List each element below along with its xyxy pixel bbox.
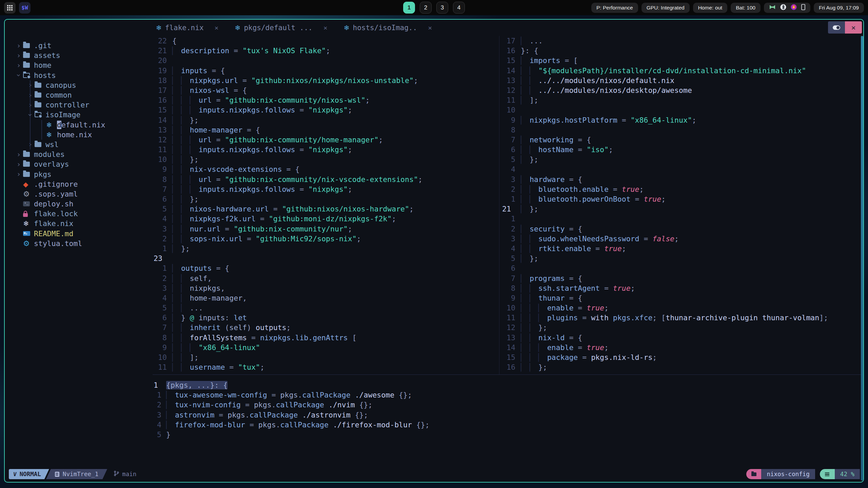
chevron-icon[interactable]: › — [26, 140, 35, 148]
editor-main[interactable]: 22{21▏ description = "tux's NixOS Flake"… — [153, 36, 499, 374]
code-line[interactable]: 4▏ ▏ nixpkgs-f2k.url = "github:moni-dz/n… — [153, 214, 499, 224]
tree-item-.gitignore[interactable]: .gitignore — [5, 179, 153, 189]
window-close-button[interactable]: × — [845, 21, 862, 34]
code-line[interactable]: 14▏ ▏ }; — [153, 115, 499, 125]
window-toggle-button[interactable] — [828, 21, 845, 34]
code-line[interactable]: 4▏ firefox-mod-blur = pkgs.callPackage .… — [153, 420, 863, 430]
close-icon[interactable]: × — [215, 24, 219, 32]
code-line[interactable]: 6▏ ▏ hostName = "iso"; — [501, 145, 863, 155]
code-line[interactable]: 8 — [501, 125, 863, 135]
code-line[interactable]: 17▏ ▏ nixos-wsl = { — [153, 85, 499, 95]
code-line[interactable]: 4 — [501, 164, 863, 174]
editor-bottom[interactable]: 1{pkgs, ...}: {1▏ tux-awesome-wm-config … — [153, 375, 863, 475]
code-line[interactable]: 6▏ ▏ }; — [153, 194, 499, 204]
close-icon[interactable]: × — [323, 24, 328, 32]
code-line[interactable]: 22{ — [153, 36, 499, 46]
tree-item-wsl[interactable]: ›wsl — [5, 140, 153, 149]
workspace-button-4[interactable]: 4 — [453, 2, 465, 14]
network-icon[interactable] — [769, 4, 776, 11]
code-line[interactable]: 6 — [501, 263, 863, 273]
tree-item-assets[interactable]: ›assets — [5, 50, 153, 60]
code-line[interactable]: 10▏ ▏ }; — [153, 155, 499, 164]
close-icon[interactable]: × — [428, 24, 432, 32]
battery-pill[interactable]: Bat: 100 — [731, 3, 761, 13]
code-line[interactable]: 16▏ ▏ ▏ url = "github:nix-community/nixo… — [153, 95, 499, 105]
tree-item-canopus[interactable]: ›canopus — [5, 80, 153, 90]
tree-item-controller[interactable]: ›controller — [5, 100, 153, 110]
code-line[interactable]: 9▏ ▏ thunar = { — [501, 293, 863, 303]
code-line[interactable]: 11▏ ▏ username = "tux"; — [153, 362, 499, 372]
chevron-icon[interactable]: › — [14, 61, 23, 69]
code-line[interactable]: 11▏ ]; — [501, 95, 863, 105]
code-line[interactable]: 7▏ programs = { — [501, 273, 863, 283]
code-line[interactable]: 4▏ ▏ home-manager, — [153, 293, 499, 303]
code-line[interactable]: 15▏ ▏ ▏ package = pkgs.nix-ld-rs; — [501, 352, 863, 362]
code-line[interactable]: 1 — [501, 214, 863, 224]
code-line[interactable]: 1{pkgs, ...}: { — [153, 380, 863, 390]
chevron-icon[interactable]: › — [15, 71, 23, 80]
code-line[interactable]: 5▏ }; — [501, 253, 863, 263]
editor-right[interactable]: 17▏ ...16}: {15▏ imports = [14▏ ▏ "${mod… — [501, 36, 863, 374]
code-line[interactable]: 17▏ ... — [501, 36, 863, 46]
code-line[interactable]: 21▏ }; — [501, 204, 863, 214]
code-line[interactable]: 10▏ ▏ ]; — [153, 352, 499, 362]
chevron-icon[interactable]: › — [26, 81, 35, 89]
clock[interactable]: Fri Aug 09, 17:09 — [814, 3, 864, 13]
code-line[interactable]: 1▏ ▏ bluetooth.powerOnBoot = true; — [501, 194, 863, 204]
code-line[interactable]: 2▏ ▏ self, — [153, 273, 499, 283]
tree-item-home[interactable]: ›home — [5, 60, 153, 70]
tree-item-common[interactable]: ›common — [5, 90, 153, 100]
code-line[interactable]: 11▏ ▏ ▏ plugins = with pkgs.xfce; [thuna… — [501, 313, 863, 323]
tree-item-home.nix[interactable]: home.nix — [5, 130, 153, 140]
workspace-button-3[interactable]: 3 — [436, 2, 448, 14]
code-line[interactable]: 7▏ networking = { — [501, 135, 863, 145]
code-line[interactable]: 16}: { — [501, 46, 863, 56]
code-line[interactable]: 5} — [153, 430, 863, 440]
code-line[interactable]: 1▏ outputs = { — [153, 263, 499, 273]
code-line[interactable]: 15▏ imports = [ — [501, 56, 863, 65]
tree-item-modules[interactable]: ›modules — [5, 149, 153, 159]
code-line[interactable]: 23 — [153, 253, 499, 263]
code-line[interactable]: 13▏ ▏ home-manager = { — [153, 125, 499, 135]
code-line[interactable]: 11▏ ▏ ▏ inputs.nixpkgs.follows = "nixpkg… — [153, 145, 499, 155]
code-line[interactable]: 14▏ ▏ ▏ enable = true; — [501, 343, 863, 352]
code-line[interactable]: 9▏ ▏ nix-vscode-extensions = { — [153, 164, 499, 174]
workspace-button-2[interactable]: 2 — [420, 2, 432, 14]
split-separator-vertical[interactable] — [499, 36, 499, 374]
code-line[interactable]: 8▏ ▏ ▏ url = "github:nix-community/nix-v… — [153, 175, 499, 184]
tree-item-deploy.sh[interactable]: deploy.sh — [5, 199, 153, 209]
code-line[interactable]: 3▏ astronvim = pkgs.callPackage ./astron… — [153, 410, 863, 420]
scrollbar[interactable] — [861, 36, 863, 481]
phone-icon[interactable] — [801, 4, 805, 12]
code-line[interactable]: 20 — [153, 56, 499, 65]
code-line[interactable]: 13▏ ▏ ../../modules/nixos/default.nix — [501, 76, 863, 85]
workspace-button-1[interactable]: 1 — [403, 2, 415, 14]
tree-item-.sops.yaml[interactable]: .sops.yaml — [5, 189, 153, 199]
code-line[interactable]: 19▏ inputs = { — [153, 66, 499, 76]
chevron-icon[interactable]: › — [14, 42, 23, 50]
code-line[interactable]: 5▏ }; — [501, 155, 863, 164]
code-line[interactable]: 9▏ nixpkgs.hostPlatform = "x86_64-linux"… — [501, 115, 863, 125]
tree-item-.git[interactable]: ›.git — [5, 41, 153, 50]
code-line[interactable]: 3▏ ▏ nixpkgs, — [153, 283, 499, 293]
code-line[interactable]: 21▏ description = "tux's NixOS Flake"; — [153, 46, 499, 56]
git-branch-segment[interactable]: main — [114, 469, 136, 479]
code-line[interactable]: 5▏ ▏ nixos-hardware.url = "github:nixos/… — [153, 204, 499, 214]
code-line[interactable]: 12▏ ▏ ▏ url = "github:nix-community/home… — [153, 135, 499, 145]
code-line[interactable]: 18▏ ▏ nixpkgs.url = "github:nixos/nixpkg… — [153, 76, 499, 85]
power-profile-pill[interactable]: P: Performance — [591, 3, 638, 13]
code-line[interactable]: 15▏ ▏ ▏ inputs.nixpkgs.follows = "nixpkg… — [153, 105, 499, 115]
tree-item-stylua.toml[interactable]: stylua.toml — [5, 239, 153, 248]
code-line[interactable]: 3▏ hardware = { — [501, 175, 863, 184]
code-line[interactable]: 8▏ ▏ ssh.startAgent = true; — [501, 283, 863, 293]
app-launcher-button[interactable] — [4, 2, 16, 14]
code-line[interactable]: 8▏ ▏ forAllSystems = nixpkgs.lib.genAttr… — [153, 333, 499, 343]
tree-item-hosts[interactable]: ›hosts — [5, 70, 153, 80]
code-line[interactable]: 13▏ ▏ nix-ld = { — [501, 333, 863, 343]
tab-3[interactable]: ❄hosts/isoImag..× — [344, 24, 432, 32]
chevron-icon[interactable]: › — [14, 52, 23, 60]
tree-item-overlays[interactable]: ›overlays — [5, 159, 153, 169]
chevron-icon[interactable]: › — [26, 101, 35, 109]
code-line[interactable]: 5▏ ▏ ... — [153, 303, 499, 313]
tree-item-pkgs[interactable]: ›pkgs — [5, 169, 153, 179]
